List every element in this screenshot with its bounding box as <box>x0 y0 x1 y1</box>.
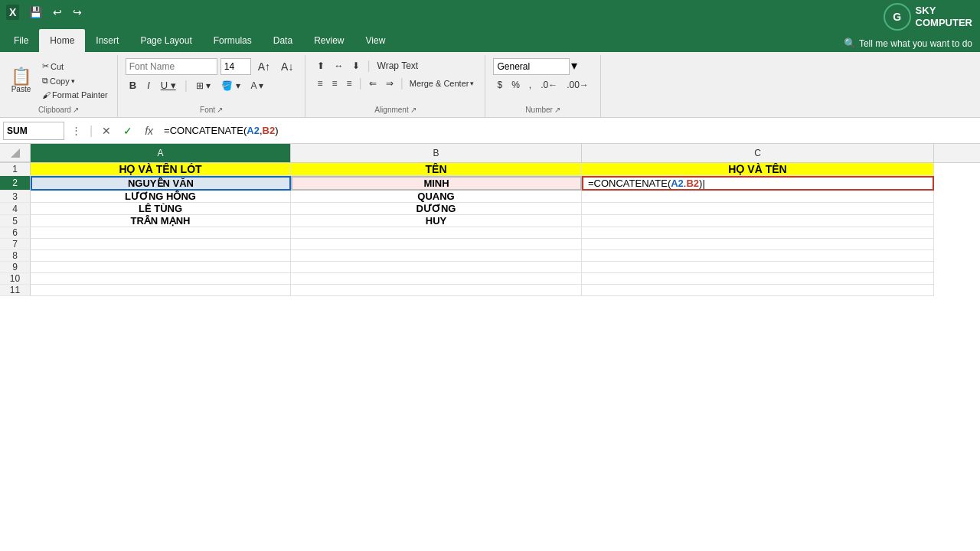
cell-c3[interactable] <box>582 191 934 203</box>
align-left-button[interactable]: ≡ <box>313 76 326 91</box>
formula-bar-menu-button[interactable]: ⋮ <box>67 123 85 138</box>
accounting-format-button[interactable]: $ <box>493 77 506 93</box>
cell-a4[interactable]: LÊ TÙNG <box>31 203 291 215</box>
tab-review[interactable]: Review <box>303 29 354 52</box>
underline-button[interactable]: U ▾ <box>157 77 180 93</box>
fill-color-button[interactable]: 🪣 ▾ <box>217 78 243 93</box>
align-bottom-button[interactable]: ⬇ <box>348 58 364 73</box>
indent-decrease-button[interactable]: ⇐ <box>365 76 381 91</box>
row-header-6[interactable]: 6 <box>0 227 31 239</box>
cell-a10[interactable] <box>31 273 291 285</box>
cell-c6[interactable] <box>582 227 934 239</box>
comma-button[interactable]: , <box>525 77 535 93</box>
format-painter-button[interactable]: 🖌 Format Painter <box>39 89 111 101</box>
redo-button[interactable]: ↪ <box>69 5 86 20</box>
cell-c1[interactable]: HỌ VÀ TÊN <box>582 163 934 176</box>
cell-b3[interactable]: QUANG <box>291 191 582 203</box>
col-header-a[interactable]: A <box>31 144 291 162</box>
bold-button[interactable]: B <box>126 77 140 93</box>
cell-b9[interactable] <box>291 262 582 273</box>
tab-page-layout[interactable]: Page Layout <box>129 29 202 52</box>
copy-button[interactable]: ⧉ Copy ▾ <box>39 74 111 87</box>
confirm-formula-button[interactable]: ✓ <box>119 123 137 139</box>
percent-button[interactable]: % <box>508 77 524 93</box>
tab-view[interactable]: View <box>355 29 397 52</box>
cell-a3[interactable]: LƯƠNG HỒNG <box>31 191 291 203</box>
row-header-5[interactable]: 5 <box>0 215 31 227</box>
col-header-c[interactable]: C <box>582 144 934 162</box>
corner-cell[interactable] <box>0 144 31 162</box>
row-header-4[interactable]: 4 <box>0 203 31 215</box>
row-header-8[interactable]: 8 <box>0 250 31 262</box>
number-expand-icon[interactable]: ↗ <box>554 106 560 114</box>
italic-button[interactable]: I <box>143 77 154 93</box>
row-header-10[interactable]: 10 <box>0 273 31 285</box>
cell-c8[interactable] <box>582 250 934 262</box>
cell-a7[interactable] <box>31 239 291 250</box>
undo-button[interactable]: ↩ <box>49 5 66 20</box>
align-right-button[interactable]: ≡ <box>342 76 355 91</box>
tab-insert[interactable]: Insert <box>85 29 129 52</box>
tab-data[interactable]: Data <box>263 29 303 52</box>
row-header-7[interactable]: 7 <box>0 239 31 250</box>
borders-button[interactable]: ⊞ ▾ <box>192 78 214 93</box>
font-expand-icon[interactable]: ↗ <box>217 106 223 114</box>
font-name-input[interactable] <box>126 58 217 75</box>
number-format-input[interactable] <box>493 58 570 75</box>
cell-c2[interactable]: =CONCATENATE(A2.B2)| <box>582 176 934 191</box>
save-button[interactable]: 💾 <box>25 5 46 20</box>
fx-button[interactable]: fx <box>140 123 158 139</box>
cell-b2[interactable]: MINH <box>291 176 582 191</box>
increase-font-button[interactable]: A↑ <box>254 58 274 75</box>
cell-b4[interactable]: DƯƠNG <box>291 203 582 215</box>
clipboard-expand-icon[interactable]: ↗ <box>73 106 79 114</box>
decrease-decimal-button[interactable]: .0← <box>537 77 561 93</box>
cell-a11[interactable] <box>31 285 291 296</box>
tell-me-box[interactable]: 🔍 Tell me what you want to do <box>836 34 980 52</box>
row-header-1[interactable]: 1 <box>0 163 31 176</box>
cell-c7[interactable] <box>582 239 934 250</box>
align-top-button[interactable]: ⬆ <box>313 58 328 73</box>
cell-a1[interactable]: HỌ VÀ TÊN LÓT <box>31 163 291 176</box>
col-header-b[interactable]: B <box>291 144 582 162</box>
increase-decimal-button[interactable]: .00→ <box>563 77 593 93</box>
wrap-text-button[interactable]: Wrap Text <box>374 58 423 73</box>
name-box[interactable] <box>3 122 64 140</box>
cancel-formula-button[interactable]: ✕ <box>97 123 116 139</box>
cell-c4[interactable] <box>582 203 934 215</box>
alignment-expand-icon[interactable]: ↗ <box>410 106 416 114</box>
row-header-3[interactable]: 3 <box>0 191 31 203</box>
tab-file[interactable]: File <box>3 29 39 52</box>
cell-a9[interactable] <box>31 262 291 273</box>
cell-a5[interactable]: TRẦN MẠNH <box>31 215 291 227</box>
row-header-11[interactable]: 11 <box>0 285 31 296</box>
cell-b5[interactable]: HUY <box>291 215 582 227</box>
cell-b6[interactable] <box>291 227 582 239</box>
indent-increase-button[interactable]: ⇒ <box>382 76 397 91</box>
cell-a2[interactable]: NGUYỄN VĂN <box>31 176 291 191</box>
tab-formulas[interactable]: Formulas <box>203 29 263 52</box>
cell-b1[interactable]: TÊN <box>291 163 582 176</box>
cell-b8[interactable] <box>291 250 582 262</box>
cell-a8[interactable] <box>31 250 291 262</box>
cell-b10[interactable] <box>291 273 582 285</box>
align-center-button[interactable]: ≡ <box>328 76 341 91</box>
row-header-9[interactable]: 9 <box>0 262 31 273</box>
cell-c10[interactable] <box>582 273 934 285</box>
row-header-2[interactable]: 2 <box>0 176 31 191</box>
font-size-input[interactable] <box>220 58 251 75</box>
cell-b11[interactable] <box>291 285 582 296</box>
font-color-button[interactable]: A ▾ <box>247 78 268 93</box>
cell-c5[interactable] <box>582 215 934 227</box>
align-middle-button[interactable]: ↔ <box>330 58 347 73</box>
paste-button[interactable]: 📋 Paste <box>6 66 36 96</box>
cell-c9[interactable] <box>582 262 934 273</box>
tab-home[interactable]: Home <box>39 29 85 52</box>
cell-b7[interactable] <box>291 239 582 250</box>
cut-button[interactable]: ✂ Cut <box>39 60 111 73</box>
merge-center-button[interactable]: Merge & Center ▾ <box>407 77 478 90</box>
number-format-dropdown[interactable]: ▾ <box>571 58 577 75</box>
cell-a6[interactable] <box>31 227 291 239</box>
cell-c11[interactable] <box>582 285 934 296</box>
decrease-font-button[interactable]: A↓ <box>277 58 297 75</box>
